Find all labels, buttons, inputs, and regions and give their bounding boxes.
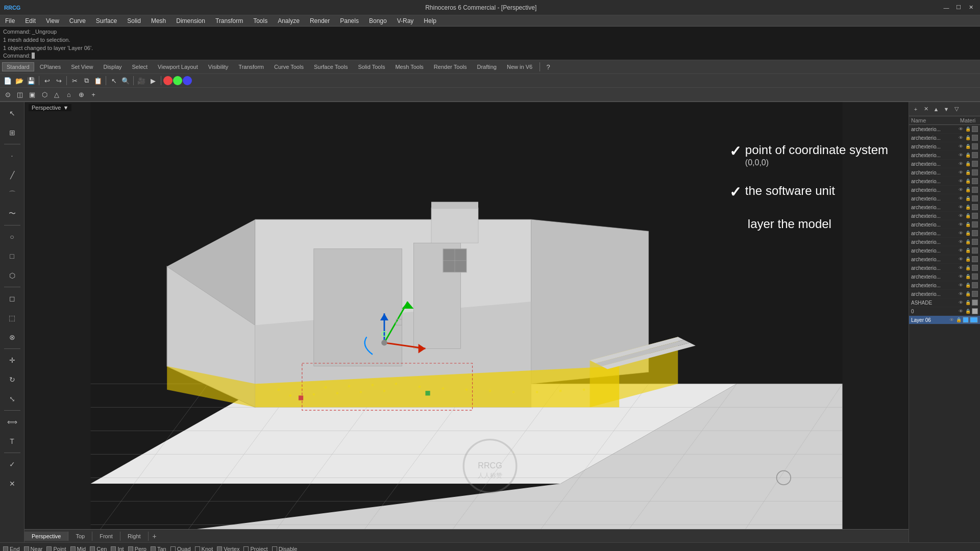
line-tool[interactable]: ╱ — [3, 166, 21, 184]
help-button[interactable]: ? — [543, 61, 554, 72]
snap-knot[interactable]: Knot — [195, 546, 213, 551]
perspective-viewport[interactable]: Perspective ▼ — [24, 102, 909, 542]
snap-quad[interactable]: Quad — [170, 546, 191, 551]
vp-tab-add[interactable]: + — [149, 531, 161, 542]
list-item[interactable]: archexterio...👁🔒 — [909, 194, 980, 203]
3d-btn-8[interactable]: + — [88, 89, 99, 100]
rotate-tool[interactable]: ↻ — [3, 370, 21, 389]
select-btn[interactable]: ↖ — [108, 75, 119, 86]
list-item[interactable]: archexterio...👁🔒 — [909, 125, 980, 134]
layer-down-btn[interactable]: ▼ — [942, 105, 951, 114]
save-btn[interactable]: 💾 — [26, 75, 37, 86]
list-item[interactable]: archexterio...👁🔒 — [909, 177, 980, 186]
extrude-tool[interactable]: ⬚ — [3, 309, 21, 327]
dim-tool[interactable]: ⟺ — [3, 413, 21, 431]
menu-file[interactable]: File — [0, 16, 20, 26]
tab-mesh-tools[interactable]: Mesh Tools — [390, 62, 428, 71]
circle-tool[interactable]: ○ — [3, 228, 21, 246]
3d-btn-7[interactable]: ⊕ — [76, 89, 87, 100]
menu-dimension[interactable]: Dimension — [171, 16, 210, 26]
menu-mesh[interactable]: Mesh — [146, 16, 171, 26]
point-tool[interactable]: · — [3, 146, 21, 165]
snap-tan[interactable]: Tan — [151, 546, 166, 551]
snap-mid[interactable]: Mid — [70, 546, 86, 551]
list-item[interactable]: archexterio...👁🔒 — [909, 246, 980, 255]
list-item[interactable]: archexterio...👁🔒 — [909, 264, 980, 272]
list-item[interactable]: archexterio...👁🔒 — [909, 142, 980, 151]
tab-visibility[interactable]: Visibility — [204, 62, 233, 71]
boolean-tool[interactable]: ⊗ — [3, 328, 21, 346]
vp-tab-right[interactable]: Right — [120, 532, 149, 541]
menu-view[interactable]: View — [41, 16, 64, 26]
polyline-tool[interactable]: ⌒ — [3, 185, 21, 204]
list-item[interactable]: archexterio...👁🔒 — [909, 212, 980, 220]
menu-help[interactable]: Help — [419, 16, 442, 26]
snap-disable[interactable]: Disable — [272, 546, 298, 551]
snap-cen[interactable]: Cen — [90, 546, 107, 551]
menu-analyze[interactable]: Analyze — [273, 16, 305, 26]
scale-tool[interactable]: ⤡ — [3, 390, 21, 408]
list-item[interactable]: archexterio...👁🔒 — [909, 290, 980, 298]
snap-end[interactable]: End — [3, 546, 20, 551]
list-item[interactable]: archexterio...👁🔒 — [909, 255, 980, 264]
poly-tool[interactable]: ⬡ — [3, 266, 21, 285]
3d-btn-6[interactable]: ⌂ — [63, 89, 75, 100]
list-item[interactable]: archexterio...👁🔒 — [909, 272, 980, 281]
redo-btn[interactable]: ↪ — [53, 75, 64, 86]
list-item[interactable]: archexterio...👁🔒 — [909, 160, 980, 168]
tab-standard[interactable]: Standard — [2, 62, 34, 71]
list-item[interactable]: archexterio...👁🔒 — [909, 134, 980, 142]
color2-btn[interactable] — [173, 76, 182, 85]
layer-ashade[interactable]: ASHADE👁🔒 — [909, 298, 980, 307]
render2-btn[interactable]: ▶ — [148, 75, 159, 86]
color1-btn[interactable] — [163, 76, 173, 85]
minimize-button[interactable]: — — [941, 3, 951, 13]
rect-tool[interactable]: □ — [3, 247, 21, 265]
tab-drafting[interactable]: Drafting — [472, 62, 501, 71]
menu-surface[interactable]: Surface — [91, 16, 122, 26]
paste-btn[interactable]: 📋 — [92, 75, 104, 86]
snap-perp[interactable]: Perp — [128, 546, 146, 551]
layer-up-btn[interactable]: ▲ — [932, 105, 941, 114]
menu-solid[interactable]: Solid — [122, 16, 146, 26]
list-item[interactable]: archexterio...👁🔒 — [909, 281, 980, 290]
tab-display[interactable]: Display — [99, 62, 126, 71]
surface-tool[interactable]: ◻ — [3, 289, 21, 308]
list-item[interactable]: archexterio...👁🔒 — [909, 229, 980, 238]
text-tool[interactable]: T — [3, 432, 21, 450]
layer-add-btn[interactable]: + — [911, 105, 920, 114]
layer-del-btn[interactable]: ✕ — [921, 105, 930, 114]
list-item[interactable]: archexterio...👁🔒 — [909, 151, 980, 160]
undo-btn[interactable]: ↩ — [41, 75, 53, 86]
3d-btn-5[interactable]: △ — [51, 89, 62, 100]
zoom-btn[interactable]: 🔍 — [120, 75, 131, 86]
maximize-button[interactable]: ☐ — [953, 3, 964, 13]
curve-tool[interactable]: 〜 — [3, 205, 21, 223]
select-tool[interactable]: ↖ — [3, 104, 21, 122]
snap-vertex[interactable]: Vertex — [217, 546, 239, 551]
tab-setview[interactable]: Set View — [66, 62, 97, 71]
vp-tab-top[interactable]: Top — [68, 532, 92, 541]
list-item[interactable]: archexterio...👁🔒 — [909, 186, 980, 194]
menu-edit[interactable]: Edit — [20, 16, 41, 26]
layer-06-active[interactable]: Layer 06👁🔒 — [909, 316, 980, 324]
tab-surface-tools[interactable]: Surface Tools — [309, 62, 352, 71]
snap-point[interactable]: Point — [46, 546, 66, 551]
list-item[interactable]: archexterio...👁🔒 — [909, 203, 980, 212]
menu-render[interactable]: Render — [305, 16, 335, 26]
tab-transform[interactable]: Transform — [234, 62, 268, 71]
close-button[interactable]: ✕ — [966, 3, 976, 13]
select-mult[interactable]: ⊞ — [3, 123, 21, 142]
tab-render-tools[interactable]: Render Tools — [429, 62, 472, 71]
open-btn[interactable]: 📂 — [14, 75, 25, 86]
cross-tool[interactable]: ✕ — [3, 474, 21, 493]
new-file-btn[interactable]: 📄 — [2, 75, 13, 86]
3d-btn-1[interactable]: ⊙ — [2, 89, 13, 100]
snap-int[interactable]: Int — [111, 546, 124, 551]
3d-btn-3[interactable]: ▣ — [27, 89, 38, 100]
menu-tools[interactable]: Tools — [248, 16, 273, 26]
3d-btn-2[interactable]: ◫ — [14, 89, 26, 100]
layer-filter-btn[interactable]: ▽ — [952, 105, 961, 114]
tab-select[interactable]: Select — [128, 62, 153, 71]
snap-project[interactable]: Project — [243, 546, 267, 551]
